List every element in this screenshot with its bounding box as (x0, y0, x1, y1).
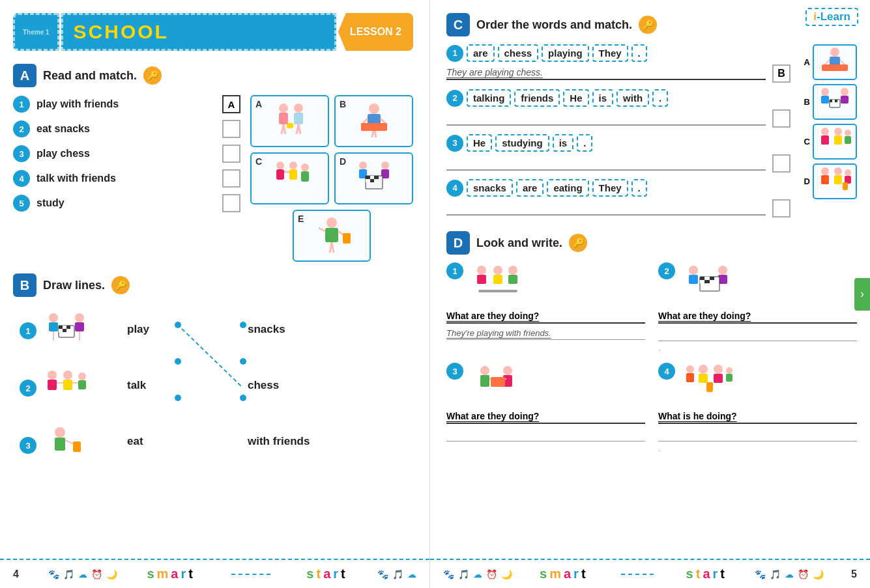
svg-rect-101 (689, 275, 698, 284)
c-num-1: 1 (446, 45, 463, 62)
c-answer-2[interactable] (446, 111, 766, 126)
c-word-1-1: are (467, 44, 495, 62)
svg-point-82 (834, 128, 842, 135)
match-text-3: play chess (36, 148, 216, 160)
c-box-1[interactable]: B (772, 64, 790, 83)
c-word-4-3: eating (547, 179, 588, 197)
c-img-box-a (813, 44, 857, 80)
section-c-title: Order the words and match. (476, 18, 632, 32)
svg-line-37 (332, 242, 334, 253)
footer-right-start: start (686, 567, 727, 581)
footer-icon-2: 🎵 (63, 569, 74, 580)
c-box-4[interactable] (772, 199, 790, 217)
figure-c (267, 158, 313, 200)
match-box-2[interactable] (222, 120, 240, 138)
img-box-a: A (250, 95, 329, 147)
start-a2: a (703, 567, 712, 581)
match-text-1: play with friends (36, 98, 216, 110)
svg-point-58 (78, 372, 86, 380)
match-box-1[interactable]: A (222, 95, 240, 113)
figure-d (351, 158, 397, 200)
figure-eat (40, 426, 93, 465)
svg-rect-32 (370, 179, 374, 182)
start-s2: s (686, 567, 696, 581)
draw-word-talk: talk (127, 372, 149, 399)
match-item-4: 4 talk with friends (13, 169, 240, 188)
c-answer-4[interactable] (446, 201, 766, 216)
svg-rect-5 (294, 113, 303, 124)
svg-point-93 (477, 266, 486, 275)
svg-point-95 (493, 266, 502, 275)
dot-r1 (240, 322, 246, 328)
d-period-4: . (658, 444, 857, 453)
d-answer-1[interactable]: They're playing with friends. (446, 328, 645, 340)
c-answer-3[interactable] (446, 156, 766, 171)
section-d-title: Look and write. (476, 236, 562, 250)
svg-point-41 (49, 313, 58, 322)
footer-icons-right: 🐾 🎵 ☁ ⏰ 🌙 (443, 569, 512, 580)
c-answer-area-1: They are playing chess. (446, 67, 766, 80)
footer-icons-left: 🐾 🎵 ☁ ⏰ 🌙 (48, 569, 117, 580)
d-question-1[interactable]: What are they doing? (446, 311, 645, 324)
d-blank-2[interactable] (658, 328, 857, 341)
svg-rect-39 (343, 233, 351, 244)
svg-rect-87 (821, 175, 829, 184)
svg-rect-125 (726, 374, 732, 382)
dot-r2 (240, 358, 246, 365)
svg-rect-50 (63, 329, 66, 332)
match-box-5[interactable] (222, 194, 240, 212)
draw-left-words: play talk eat (127, 316, 149, 455)
section-b-key-icon: 🔑 (111, 276, 130, 294)
svg-point-34 (326, 217, 337, 228)
match-box-4[interactable] (222, 169, 240, 188)
num-5: 5 (13, 195, 30, 212)
draw-num-3: 3 (20, 437, 36, 454)
svg-rect-21 (301, 171, 309, 182)
svg-rect-75 (841, 96, 848, 104)
img-label-a: A (255, 99, 262, 109)
svg-rect-98 (508, 275, 517, 284)
figure-b (351, 100, 397, 143)
next-page-arrow[interactable]: › (854, 278, 870, 311)
c-box-2[interactable] (772, 109, 790, 128)
c-img-d: D (804, 163, 857, 199)
svg-rect-15 (361, 123, 387, 131)
img-box-d: D (334, 152, 413, 204)
svg-rect-121 (699, 374, 708, 383)
footer-r-icon-2: 🎵 (458, 569, 469, 580)
c-word-1-4: They (592, 44, 628, 62)
svg-point-43 (75, 313, 84, 322)
svg-rect-110 (710, 280, 714, 283)
school-title: SCHOOL (74, 21, 169, 43)
d-question-2[interactable]: What are they doing? (658, 311, 857, 324)
svg-rect-19 (289, 169, 297, 180)
match-item-1: 1 play with friends A (13, 95, 240, 113)
page: ‹ Theme 1 SCHOOL LESSON 2 A Read and mat… (0, 0, 870, 588)
d-question-3[interactable]: What are they doing? (446, 411, 645, 424)
svg-line-3 (283, 124, 285, 134)
svg-point-0 (279, 104, 288, 113)
d-blank-4[interactable] (658, 428, 857, 441)
c-word-4-4: They (592, 179, 628, 197)
c-answer-1[interactable]: They are playing chess. (446, 67, 766, 80)
c-answer-row-2 (446, 109, 790, 128)
footer-icon-1: 🐾 (48, 569, 59, 580)
svg-rect-85 (845, 136, 851, 144)
dot-l3 (175, 395, 181, 401)
lesson-badge: LESSON 2 (350, 26, 401, 38)
footer-icon-4: ⏰ (91, 569, 102, 580)
c-box-3[interactable] (772, 154, 790, 173)
d-figure-3 (469, 363, 527, 408)
figure-e (309, 215, 355, 257)
d-question-4[interactable]: What is he doing? (658, 411, 857, 424)
draw-img-2: 2 (20, 369, 93, 408)
d-item-2: 2 (658, 262, 857, 353)
svg-rect-77 (830, 100, 832, 102)
draw-word-play: play (127, 316, 149, 343)
footer-r-icon-9: ⏰ (798, 569, 809, 580)
d-blank-3[interactable] (446, 428, 645, 441)
d-item-3: 3 What are they do (446, 363, 645, 453)
c-img-a: A (804, 44, 857, 80)
match-box-3[interactable] (222, 145, 240, 163)
svg-point-74 (841, 88, 848, 96)
